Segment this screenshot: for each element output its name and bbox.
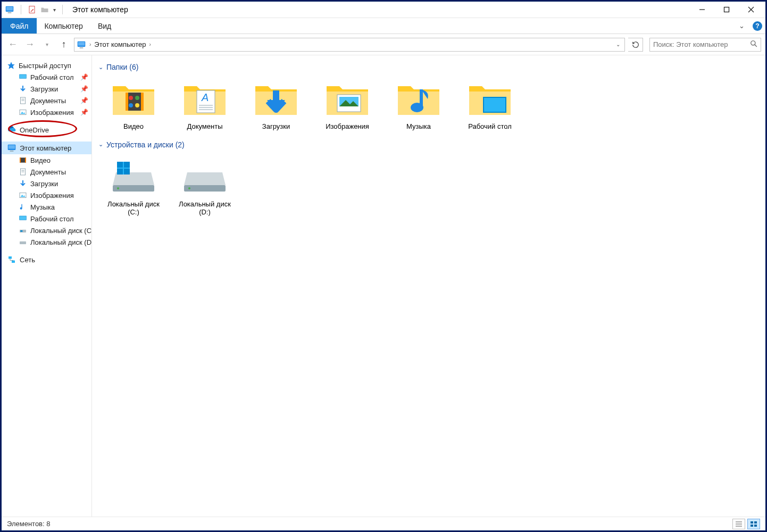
tree-label: Документы <box>30 97 66 105</box>
tree-label: Загрузки <box>30 180 58 188</box>
ribbon-tab-view[interactable]: Вид <box>90 18 119 34</box>
svg-rect-1 <box>6 7 13 11</box>
svg-point-46 <box>135 103 139 107</box>
maximize-button[interactable] <box>714 2 739 18</box>
refresh-button[interactable] <box>628 38 643 52</box>
new-folder-icon[interactable] <box>40 5 49 14</box>
sidebar-item[interactable]: Загрузки <box>2 178 91 189</box>
back-button[interactable]: ← <box>6 38 20 52</box>
sidebar-quick-access[interactable]: Быстрый доступ <box>2 60 91 71</box>
thispc-icon <box>77 40 86 49</box>
folder-item-desktop[interactable]: Рабочий стол <box>462 77 518 131</box>
svg-rect-59 <box>484 98 505 112</box>
forward-button[interactable]: → <box>23 38 37 52</box>
svg-point-44 <box>135 96 139 100</box>
svg-rect-6 <box>724 7 729 12</box>
close-button[interactable] <box>739 2 763 18</box>
search-box[interactable] <box>649 38 761 52</box>
search-icon[interactable] <box>750 40 757 49</box>
folder-documents-icon: A <box>181 77 229 119</box>
sidebar-item[interactable]: Изображения 📌 <box>2 106 91 118</box>
svg-rect-34 <box>20 216 26 220</box>
ribbon-tab-computer[interactable]: Компьютер <box>37 18 90 34</box>
tree-label: Видео <box>30 156 51 164</box>
sidebar-item[interactable]: Документы <box>2 166 91 178</box>
videos-icon <box>19 156 27 164</box>
sidebar-item[interactable]: Документы 📌 <box>2 95 91 106</box>
svg-rect-26 <box>20 157 21 162</box>
sidebar-item[interactable]: Музыка <box>2 201 91 213</box>
separator <box>21 5 21 14</box>
svg-rect-23 <box>9 145 15 149</box>
folder-item-music[interactable]: Музыка <box>391 77 446 131</box>
address-bar[interactable]: › Этот компьютер › ⌄ <box>74 38 625 52</box>
titlebar: ▾ Этот компьютер <box>2 2 765 18</box>
documents-icon <box>19 168 27 176</box>
drive-icon <box>19 238 27 246</box>
breadcrumb-chevron-icon[interactable]: › <box>89 41 91 47</box>
sidebar-item[interactable]: Загрузки 📌 <box>2 83 91 95</box>
svg-point-61 <box>117 187 119 189</box>
item-label: Рабочий стол <box>468 122 512 131</box>
downloads-icon <box>19 179 27 188</box>
address-dropdown-icon[interactable]: ⌄ <box>614 41 622 47</box>
folder-item-pictures[interactable]: Изображения <box>320 77 375 131</box>
folder-item-downloads[interactable]: Загрузки <box>248 77 304 131</box>
thispc-icon <box>7 143 16 153</box>
svg-rect-38 <box>9 256 12 259</box>
sidebar-item[interactable]: Локальный диск (D:) <box>2 236 91 248</box>
navigation-pane: Быстрый доступ Рабочий стол 📌 Загрузки 📌… <box>2 55 92 517</box>
sidebar-network[interactable]: Сеть <box>2 253 91 266</box>
sidebar-item[interactable]: Рабочий стол <box>2 213 91 225</box>
tree-label: Документы <box>30 168 66 176</box>
drive-item-c[interactable]: Локальный диск (C:) <box>106 154 161 217</box>
tree-label: Загрузки <box>30 85 58 93</box>
ribbon-file-tab[interactable]: Файл <box>2 18 37 34</box>
folders-grid: Видео A Документы Загрузки <box>98 77 759 131</box>
sidebar-item[interactable]: Видео <box>2 154 91 166</box>
tree-label: Сеть <box>20 256 35 264</box>
svg-rect-11 <box>80 47 84 48</box>
history-dropdown[interactable]: ▾ <box>40 38 54 52</box>
group-header-drives[interactable]: ⌄ Устройства и диски (2) <box>98 140 759 149</box>
properties-icon[interactable] <box>28 5 36 14</box>
tree-label: Изображения <box>30 109 74 117</box>
content-pane: ⌄ Папки (6) Видео A Документы <box>92 55 765 517</box>
svg-rect-53 <box>273 90 279 102</box>
svg-rect-36 <box>20 230 22 232</box>
search-input[interactable] <box>653 40 750 48</box>
help-button[interactable]: ? <box>749 18 765 34</box>
sidebar-item[interactable]: Изображения <box>2 189 91 201</box>
ribbon-expand-icon[interactable]: ⌄ <box>733 18 749 34</box>
svg-rect-24 <box>10 151 14 152</box>
folder-desktop-icon <box>466 77 514 119</box>
group-header-folders[interactable]: ⌄ Папки (6) <box>98 63 759 71</box>
breadcrumb-chevron-icon[interactable]: › <box>149 41 151 47</box>
svg-point-68 <box>188 187 190 189</box>
folder-item-videos[interactable]: Видео <box>106 77 161 131</box>
svg-marker-14 <box>7 62 14 69</box>
drive-item-d[interactable]: Локальный диск (D:) <box>177 154 232 217</box>
sidebar-item[interactable]: Локальный диск (C:) <box>2 225 91 236</box>
folder-item-documents[interactable]: A Документы <box>177 77 232 131</box>
breadcrumb-location[interactable]: Этот компьютер <box>94 40 146 48</box>
view-large-icons-button[interactable] <box>747 519 760 529</box>
chevron-down-icon: ⌄ <box>98 64 103 71</box>
downloads-icon <box>19 85 27 93</box>
tree-label: OneDrive <box>20 126 49 134</box>
sidebar-onedrive[interactable]: OneDrive <box>2 123 91 136</box>
qat-customize-icon[interactable]: ▾ <box>53 7 56 13</box>
tree-label: Локальный диск (C:) <box>30 227 92 235</box>
desktop-icon <box>19 214 27 223</box>
sidebar-thispc[interactable]: Этот компьютер <box>2 142 91 154</box>
minimize-button[interactable] <box>690 2 714 18</box>
window-title: Этот компьютер <box>72 5 128 14</box>
onedrive-icon <box>7 125 16 135</box>
view-details-button[interactable] <box>732 519 745 529</box>
tree-label: Музыка <box>30 203 55 211</box>
item-label: Документы <box>187 122 222 131</box>
up-button[interactable]: ↑ <box>57 38 71 52</box>
folder-videos-icon <box>110 77 157 119</box>
sidebar-item[interactable]: Рабочий стол 📌 <box>2 71 91 83</box>
tree-label: Рабочий стол <box>30 215 74 223</box>
